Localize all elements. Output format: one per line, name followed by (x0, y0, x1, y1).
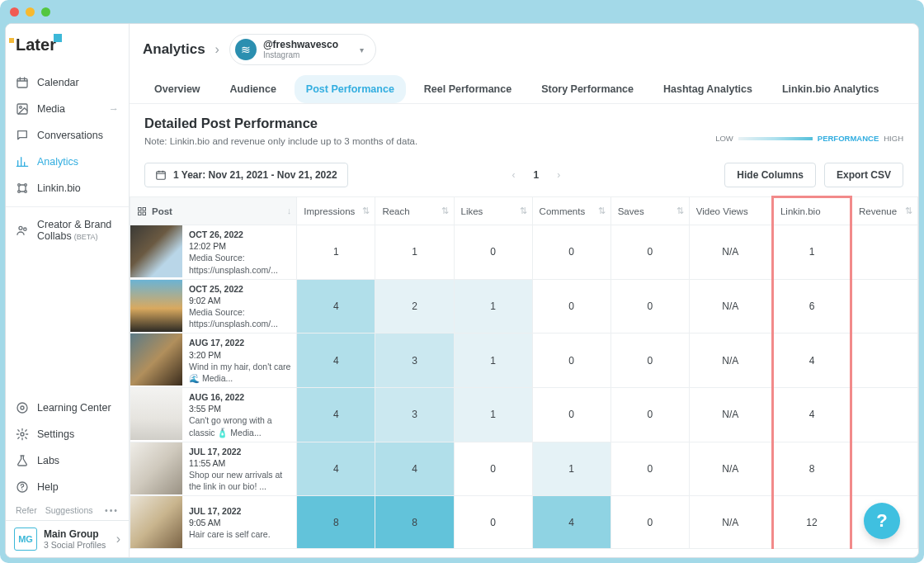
svg-rect-13 (157, 172, 166, 179)
arrow-right-icon: → (109, 103, 120, 115)
account-platform: Instagram (263, 50, 338, 59)
date-range-button[interactable]: 1 Year: Nov 21, 2021 - Nov 21, 2022 (144, 163, 348, 187)
flask-icon (16, 454, 29, 467)
account-selector[interactable]: ≋ @freshwavesco Instagram ▾ (229, 34, 376, 65)
metric-cell: 4 (297, 334, 375, 388)
sidebar-item-learning-center[interactable]: Learning Center (6, 395, 129, 421)
col-header-saves[interactable]: Saves⇅ (610, 197, 689, 225)
metric-cell: 0 (610, 442, 689, 496)
metric-cell: 4 (297, 442, 375, 496)
page-next-button[interactable]: › (557, 169, 560, 181)
hide-columns-button[interactable]: Hide Columns (724, 163, 816, 187)
traffic-light-min[interactable] (26, 7, 35, 17)
tab-overview[interactable]: Overview (143, 75, 212, 103)
sort-icon[interactable]: ⇅ (441, 206, 449, 216)
date-range-label: 1 Year: Nov 21, 2021 - Nov 21, 2022 (173, 169, 337, 181)
metric-cell: N/A (689, 442, 772, 496)
svg-rect-15 (143, 207, 146, 211)
tab-linkin-bio-analytics[interactable]: Linkin.bio Analytics (771, 75, 891, 103)
sort-icon[interactable]: ⇅ (905, 206, 912, 216)
sidebar-item-help[interactable]: Help (6, 474, 129, 500)
post-caption: Wind in my hair, don't care 🌊 Media... (189, 361, 291, 384)
tab-audience[interactable]: Audience (219, 75, 288, 103)
post-time: 9:05 AM (189, 517, 271, 528)
post-caption: Hair care is self care. (189, 528, 271, 540)
sidebar-item-settings[interactable]: Settings (6, 421, 129, 447)
profile-avatar: MG (14, 528, 37, 551)
col-header-impressions[interactable]: Impressions⇅ (297, 197, 375, 225)
sidebar-item-calendar[interactable]: Calendar (6, 69, 129, 96)
page-prev-button[interactable]: ‹ (512, 169, 516, 181)
export-csv-button[interactable]: Export CSV (824, 163, 903, 187)
sidebar-item-linkin-bio[interactable]: Linkin.bio (6, 175, 129, 201)
main-panel: Analytics › ≋ @freshwavesco Instagram ▾ … (130, 24, 918, 557)
col-header-reach[interactable]: Reach⇅ (375, 197, 454, 225)
col-header-comments[interactable]: Comments⇅ (532, 197, 610, 225)
metric-cell: 0 (454, 225, 532, 280)
sidebar-item-creator-brand-collabs[interactable]: Creator & Brand Collabs(BETA) (6, 212, 129, 248)
table-row[interactable]: JUL 17, 20229:05 AMHair care is self car… (130, 496, 918, 549)
more-icon[interactable]: ••• (105, 505, 119, 515)
table-row[interactable]: JUL 17, 202211:55 AMShop our new arrival… (130, 442, 918, 496)
table-scroll[interactable]: Post↓Impressions⇅Reach⇅Likes⇅Comments⇅Sa… (130, 196, 918, 557)
metric-cell: 4 (297, 388, 375, 442)
sort-icon[interactable]: ⇅ (520, 206, 527, 216)
metric-cell: N/A (689, 225, 772, 280)
metric-cell: 0 (610, 225, 689, 280)
table-header-row: Post↓Impressions⇅Reach⇅Likes⇅Comments⇅Sa… (130, 197, 918, 225)
sort-icon[interactable]: ⇅ (598, 206, 606, 216)
app-logo[interactable]: LLaterater (6, 24, 129, 69)
sort-icon[interactable]: ⇅ (362, 206, 370, 216)
sort-icon[interactable]: ↓ (287, 206, 292, 215)
svg-point-8 (24, 228, 26, 230)
col-header-linkin-bio[interactable]: Linkin.bio (772, 197, 851, 225)
sort-icon[interactable]: ⇅ (676, 206, 684, 216)
traffic-light-close[interactable] (10, 7, 19, 17)
refer-link[interactable]: Refer (16, 505, 37, 515)
sidebar-nav-primary: CalendarMedia→ConversationsAnalyticsLink… (6, 69, 129, 201)
svg-rect-16 (139, 212, 142, 215)
col-header-likes[interactable]: Likes⇅ (454, 197, 532, 225)
tab-hashtag-analytics[interactable]: Hashtag Analytics (652, 75, 764, 103)
traffic-light-max[interactable] (41, 7, 50, 17)
metric-cell: 8 (297, 496, 375, 549)
col-header-post[interactable]: Post↓ (130, 197, 297, 225)
metric-cell: 4 (772, 334, 851, 388)
metric-cell (851, 279, 918, 334)
performance-legend: LOW PERFORMANCE HIGH (715, 134, 903, 146)
sidebar-item-conversations[interactable]: Conversations (6, 122, 129, 149)
calendar-icon (16, 76, 29, 89)
legend-high: HIGH (884, 134, 903, 143)
metric-cell: 1 (772, 225, 851, 280)
metric-cell: N/A (689, 388, 772, 442)
col-header-revenue[interactable]: Revenue⇅ (851, 197, 918, 225)
paginator: ‹ 1 › (512, 169, 561, 181)
help-fab[interactable]: ? (864, 503, 900, 539)
metric-cell: 3 (375, 388, 454, 442)
tab-story-performance[interactable]: Story Performance (530, 75, 645, 103)
table-row[interactable]: OCT 25, 20229:02 AMMedia Source: https:/… (130, 279, 918, 334)
metric-cell: 3 (375, 334, 454, 388)
table-row[interactable]: AUG 16, 20223:55 PMCan't go wrong with a… (130, 388, 918, 442)
tab-post-performance[interactable]: Post Performance (295, 75, 406, 103)
calendar-icon (155, 169, 167, 181)
post-caption: Shop our new arrivals at the link in our… (189, 469, 291, 492)
post-date: AUG 17, 2022 (189, 337, 291, 348)
section-header: Detailed Post Performance Note: Linkin.b… (130, 104, 918, 149)
metric-cell: 4 (297, 279, 375, 334)
sidebar-item-label: Linkin.bio (37, 182, 81, 194)
profile-switcher[interactable]: MG Main Group 3 Social Profiles › (6, 520, 129, 557)
link-icon (16, 182, 29, 195)
metric-cell: 4 (532, 496, 610, 549)
sidebar-item-analytics[interactable]: Analytics (6, 149, 129, 175)
window-titlebar (0, 0, 924, 23)
table-row[interactable]: AUG 17, 20223:20 PMWind in my hair, don'… (130, 334, 918, 388)
suggestions-link[interactable]: Suggestions (45, 505, 93, 515)
app-shell: LLaterater CalendarMedia→ConversationsAn… (5, 23, 919, 558)
sidebar-item-media[interactable]: Media→ (6, 96, 129, 122)
col-header-video-views[interactable]: Video Views (689, 197, 772, 225)
metric-cell: 4 (375, 442, 454, 496)
table-row[interactable]: OCT 26, 202212:02 PMMedia Source: https:… (130, 225, 918, 280)
tab-reel-performance[interactable]: Reel Performance (412, 75, 523, 103)
sidebar-item-labs[interactable]: Labs (6, 447, 129, 474)
